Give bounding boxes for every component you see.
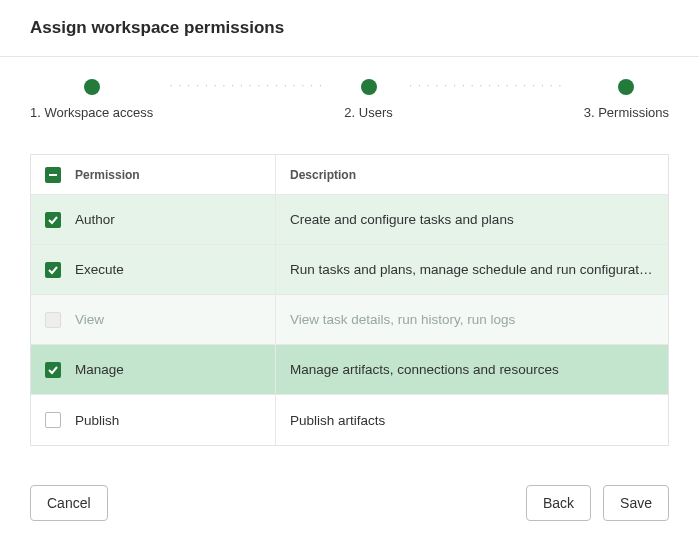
step-circle-icon <box>84 79 100 95</box>
check-icon <box>47 264 59 276</box>
step-circle-icon <box>361 79 377 95</box>
permission-name: Manage <box>75 362 275 377</box>
column-header-description[interactable]: Description <box>275 155 668 194</box>
permission-description: View task details, run history, run logs <box>275 295 668 344</box>
svg-rect-0 <box>49 174 57 176</box>
permission-description: Run tasks and plans, manage schedule and… <box>275 245 668 294</box>
row-checkbox[interactable] <box>45 362 61 378</box>
select-all-checkbox[interactable] <box>45 167 61 183</box>
table-row[interactable]: Manage Manage artifacts, connections and… <box>31 345 668 395</box>
modal-title: Assign workspace permissions <box>0 0 699 57</box>
column-header-permission[interactable]: Permission <box>75 158 275 192</box>
step-label: 3. Permissions <box>584 105 669 120</box>
permission-name: Execute <box>75 262 275 277</box>
permissions-table: Permission Description Author Create and… <box>30 154 669 446</box>
step-2[interactable]: 2. Users <box>344 79 392 120</box>
check-icon <box>47 214 59 226</box>
step-separator: ·················· <box>393 80 584 119</box>
minus-icon <box>48 170 58 180</box>
table-row[interactable]: Publish Publish artifacts <box>31 395 668 445</box>
save-button[interactable]: Save <box>603 485 669 521</box>
permission-description: Create and configure tasks and plans <box>275 195 668 244</box>
permission-name: Author <box>75 212 275 227</box>
table-row: View View task details, run history, run… <box>31 295 668 345</box>
row-checkbox[interactable] <box>45 212 61 228</box>
check-icon <box>47 364 59 376</box>
permission-description: Publish artifacts <box>275 395 668 445</box>
cancel-button[interactable]: Cancel <box>30 485 108 521</box>
step-label: 1. Workspace access <box>30 105 153 120</box>
permission-name: Publish <box>75 413 275 428</box>
permission-description: Manage artifacts, connections and resour… <box>275 345 668 394</box>
stepper: 1. Workspace access ·················· 2… <box>0 57 699 130</box>
row-checkbox[interactable] <box>45 262 61 278</box>
row-checkbox <box>45 312 61 328</box>
table-header-row: Permission Description <box>31 155 668 195</box>
step-label: 2. Users <box>344 105 392 120</box>
step-3[interactable]: 3. Permissions <box>584 79 669 120</box>
table-row[interactable]: Execute Run tasks and plans, manage sche… <box>31 245 668 295</box>
step-1[interactable]: 1. Workspace access <box>30 79 153 120</box>
row-checkbox[interactable] <box>45 412 61 428</box>
modal-footer: Cancel Back Save <box>0 467 699 543</box>
step-separator: ·················· <box>153 80 344 119</box>
table-row[interactable]: Author Create and configure tasks and pl… <box>31 195 668 245</box>
step-circle-icon <box>618 79 634 95</box>
permission-name: View <box>75 312 275 327</box>
back-button[interactable]: Back <box>526 485 591 521</box>
